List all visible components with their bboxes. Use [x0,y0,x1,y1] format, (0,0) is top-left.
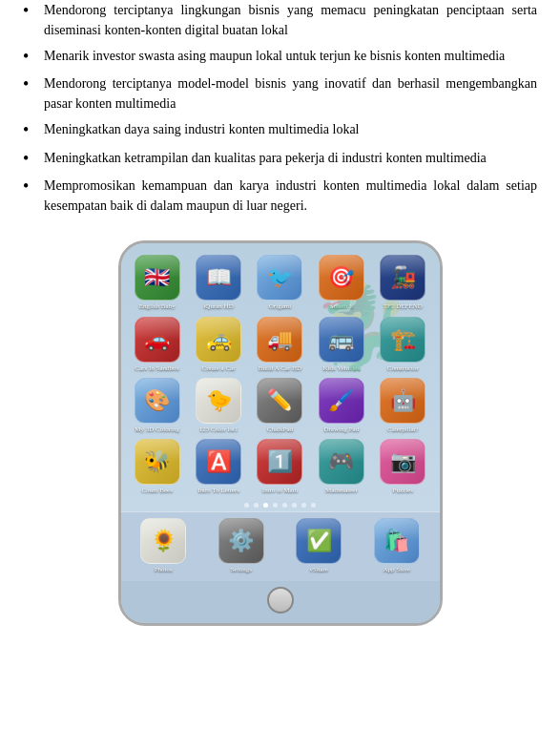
app-item-3-4[interactable]: 📷Puzzles [375,439,430,494]
app-icon: 🚂 [380,255,425,301]
app-item-2-2[interactable]: ✏️ChalkPad [252,378,307,433]
app-item-3-0[interactable]: 🐝Count Bees [130,439,185,494]
app-item-3-2[interactable]: 1️⃣Intro to Math [252,439,307,494]
app-label: Count Bees [141,487,172,494]
app-item-2-4[interactable]: 🤖Caterpillar! [375,378,430,433]
app-label: ChalkPad [267,426,293,433]
bullet-text: Mempromosikan kemampuan dan karya indust… [44,176,537,216]
app-label: TF2 DEFEND [384,302,423,310]
apps-grid: 🇬🇧English Baby📖iQuran HD🐦Origami🎯Smash I… [125,251,436,499]
app-item-1-3[interactable]: 🚌Kids Vehicles [314,317,369,372]
app-row-0: 🇬🇧English Baby📖iQuran HD🐦Origami🎯Smash I… [127,255,434,310]
app-icon: 🎯 [319,255,364,301]
dock-app-icon: 🌻 [140,518,186,564]
bullet-text: Meningkatkan ketrampilan dan kualitas pa… [44,148,487,168]
app-item-0-4[interactable]: 🚂TF2 DEFEND [375,255,430,310]
app-icon: 🎮 [319,439,364,485]
app-label: Kids Vehicles [323,364,361,372]
bullet-item: •Menarik investor swasta asing maupun lo… [23,46,537,68]
dock-item-0[interactable]: 🌻Photos [135,518,191,573]
app-label: iQuran HD [203,302,233,310]
app-icon: 🚕 [196,317,241,363]
phone-frame: 🐉 🇬🇧English Baby📖iQuran HD🐦Origami🎯Smash… [118,240,443,626]
app-icon: 🐦 [257,255,302,301]
dock-item-1[interactable]: ⚙️Settings [214,518,269,573]
phone-screen: 🐉 🇬🇧English Baby📖iQuran HD🐦Origami🎯Smash… [121,243,440,511]
app-icon: 🎨 [135,378,180,424]
bullet-symbol: • [23,148,40,170]
app-item-2-0[interactable]: 🎨My 3D Coloring [130,378,185,433]
bullet-item: •Mendorong terciptanya model-model bisni… [23,73,537,114]
app-label: Cars In Sandbox [135,364,179,372]
dock-app-label: Settings [230,566,252,573]
app-icon: 🚌 [319,317,364,363]
dock-app-icon: 🛍️ [374,518,420,564]
dock-app-icon: ⚙️ [218,518,264,564]
bullet-item: •Meningkatkan ketrampilan dan kualitas p… [23,148,537,170]
phone-container: 🐉 🇬🇧English Baby📖iQuran HD🐦Origami🎯Smash… [0,233,560,626]
app-icon: 🐤 [196,378,241,424]
app-item-0-0[interactable]: 🇬🇧English Baby [130,255,185,310]
bullet-text: Mendorong terciptanya model-model bisnis… [44,73,537,114]
app-item-1-2[interactable]: 🚚Build A Car HD [252,317,307,372]
app-item-1-4[interactable]: 🏗️Constructor [375,317,430,372]
app-label: Mathmateer [325,487,358,494]
app-label: Drawing Pad [323,426,359,433]
bullet-symbol: • [23,46,40,68]
app-label: Puzzles [393,487,413,494]
bullet-symbol: • [23,119,40,141]
dock-item-3[interactable]: 🛍️App Store [369,518,425,573]
app-label: Build A Car HD [259,364,301,372]
app-item-1-0[interactable]: 🚗Cars In Sandbox [130,317,185,372]
app-item-1-1[interactable]: 🚕Create a Car [191,317,246,372]
bullet-item: •Meningkatkan daya saing industri konten… [23,119,537,141]
app-item-0-2[interactable]: 🐦Origami [252,255,307,310]
page-dot [292,503,297,508]
app-icon: ✏️ [257,378,302,424]
app-icon: 🤖 [380,378,425,424]
bullet-item: •Mendorong terciptanya lingkungan bisnis… [23,0,537,40]
page-dot [263,503,268,508]
app-item-3-3[interactable]: 🎮Mathmateer [314,439,369,494]
text-content-section: •Mendorong terciptanya lingkungan bisnis… [0,0,560,233]
app-label: English Baby [139,302,176,310]
app-icon: 🚚 [257,317,302,363]
app-icon: 🅰️ [196,439,241,485]
bullet-text: Meningkatkan daya saing industri konten … [44,119,360,139]
phone-dock[interactable]: 🌻Photos⚙️Settings✅vShare🛍️App Store [121,511,440,581]
page-dot [301,503,306,508]
app-row-2: 🎨My 3D Coloring🐤123 Color lot1✏️ChalkPad… [127,378,434,433]
app-label: Constructor [387,364,419,372]
home-button-area [121,581,440,623]
app-label: Smash It [330,302,354,310]
app-icon: 🐝 [135,439,180,485]
dock-item-2[interactable]: ✅vShare [291,518,346,573]
dock-app-label: vShare [310,566,328,573]
page-dot [254,503,259,508]
app-label: My 3D Coloring [135,426,179,433]
app-label: Create a Car [202,364,236,372]
page-dot [311,503,316,508]
page-dot [244,503,249,508]
page-dot [273,503,278,508]
bullet-list: •Mendorong terciptanya lingkungan bisnis… [23,0,537,216]
app-icon: 🚗 [135,317,180,363]
bullet-text: Menarik investor swasta asing maupun lok… [44,46,505,66]
app-label: Intro To Letters [197,487,239,494]
app-item-0-1[interactable]: 📖iQuran HD [191,255,246,310]
app-item-3-1[interactable]: 🅰️Intro To Letters [191,439,246,494]
bullet-item: •Mempromosikan kemampuan dan karya indus… [23,176,537,216]
app-item-2-3[interactable]: 🖌️Drawing Pad [314,378,369,433]
dock-app-label: App Store [383,566,410,573]
app-row-1: 🚗Cars In Sandbox🚕Create a Car🚚Build A Ca… [127,317,434,372]
dock-app-label: Photos [155,566,173,573]
app-item-0-3[interactable]: 🎯Smash It [314,255,369,310]
bullet-text: Mendorong terciptanya lingkungan bisnis … [44,0,537,40]
home-button[interactable] [267,587,294,613]
app-icon: 🖌️ [319,378,364,424]
app-icon: 1️⃣ [257,439,302,485]
page-dots [125,499,436,511]
app-item-2-1[interactable]: 🐤123 Color lot1 [191,378,246,433]
bullet-symbol: • [23,0,40,22]
page-dot [282,503,287,508]
